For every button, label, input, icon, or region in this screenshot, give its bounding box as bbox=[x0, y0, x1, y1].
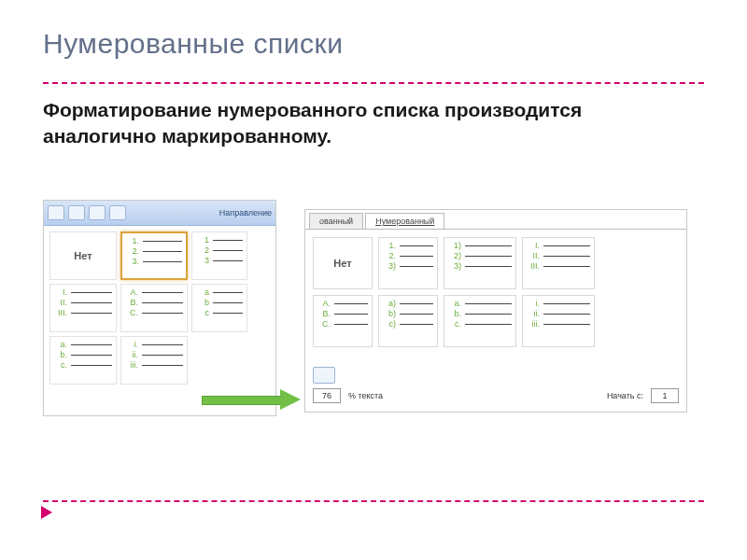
text-size-label: % текста bbox=[348, 391, 383, 400]
linespacing-icon[interactable] bbox=[109, 205, 126, 220]
multilevel-icon[interactable] bbox=[89, 205, 106, 220]
ribbon-group-label: Направление bbox=[219, 208, 272, 217]
numbering-gallery-left: Нет 1. 2. 3. 1 2 3 I. II. III. A. bbox=[44, 226, 275, 385]
gallery-option-decimal-dot[interactable]: 1. 2. 3. bbox=[120, 231, 188, 280]
dialog-option-roman-lower[interactable]: i. ii. iii. bbox=[522, 295, 595, 347]
dialog-option-alpha-lower-paren[interactable]: a) b) c) bbox=[378, 295, 438, 347]
arrow-right-icon bbox=[202, 389, 304, 410]
tab-bulleted[interactable]: ованный bbox=[309, 213, 363, 229]
divider-top bbox=[43, 82, 704, 84]
bullets-icon[interactable] bbox=[48, 205, 64, 220]
gallery-option-roman-upper[interactable]: I. II. III. bbox=[49, 284, 117, 332]
gallery-option-alpha-upper[interactable]: A. B. C. bbox=[120, 284, 188, 332]
divider-bottom bbox=[43, 500, 704, 502]
dialog-option-decimal-paren[interactable]: 1) 2) 3) bbox=[444, 237, 516, 289]
dialog-option-decimal-dot[interactable]: 1. 2. 3) bbox=[378, 237, 438, 289]
dialog-option-roman-upper[interactable]: I. II. III. bbox=[522, 237, 595, 289]
corner-marker-icon bbox=[41, 506, 52, 519]
screenshot-ribbon-gallery: Направление Нет 1. 2. 3. 1 2 3 I. II. II… bbox=[43, 200, 276, 416]
text-size-spinner[interactable]: 76 bbox=[313, 388, 341, 403]
dialog-option-alpha-upper[interactable]: A. B. C. bbox=[313, 295, 373, 347]
slide: Нумерованные списки Форматирование нумер… bbox=[0, 0, 747, 560]
numbering-gallery-dialog: Нет 1. 2. 3) 1) 2) 3) I. II. III. A. bbox=[305, 230, 686, 347]
gallery-option-alpha-lower[interactable]: a b c bbox=[191, 284, 247, 332]
start-at-spinner[interactable]: 1 bbox=[651, 388, 679, 403]
color-picker-icon[interactable] bbox=[313, 367, 335, 384]
dialog-option-none[interactable]: Нет bbox=[313, 237, 373, 289]
numbering-icon[interactable] bbox=[68, 205, 85, 220]
screenshot-numbering-dialog: ованный Нумерованный Нет 1. 2. 3) 1) 2) … bbox=[304, 209, 687, 413]
dialog-bottom-bar: 76 % текста Начать с: 1 bbox=[313, 385, 679, 406]
gallery-option-decimal[interactable]: 1 2 3 bbox=[191, 231, 247, 280]
body-paragraph: Форматирование нумерованного списка прои… bbox=[43, 97, 697, 150]
gallery-option-roman-lower[interactable]: i. ii. iii. bbox=[120, 336, 188, 385]
start-at-label: Начать с: bbox=[607, 391, 643, 400]
dialog-option-alpha-lower-dot[interactable]: a. b. c. bbox=[444, 295, 516, 347]
dialog-tab-bar: ованный Нумерованный bbox=[305, 210, 686, 230]
slide-title: Нумерованные списки bbox=[43, 28, 343, 60]
gallery-option-alpha-lower-dot[interactable]: a. b. c. bbox=[49, 336, 117, 385]
tab-numbered[interactable]: Нумерованный bbox=[365, 213, 444, 229]
ribbon-bar: Направление bbox=[44, 201, 275, 226]
gallery-option-none[interactable]: Нет bbox=[49, 231, 117, 280]
figures-container: Направление Нет 1. 2. 3. 1 2 3 I. II. II… bbox=[43, 200, 704, 433]
